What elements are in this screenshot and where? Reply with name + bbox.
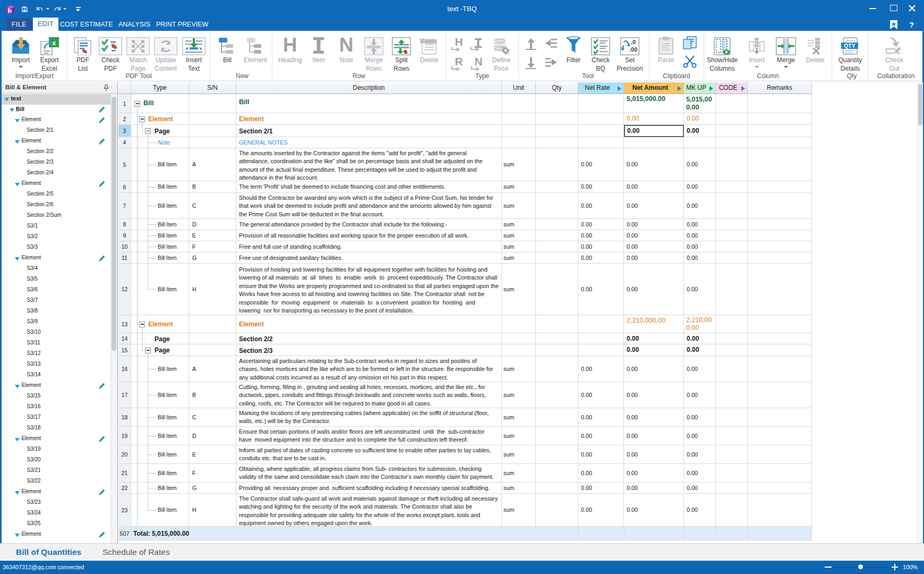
svg-text:.00: .00	[629, 46, 637, 53]
svg-text:.0: .0	[631, 39, 636, 45]
svg-text:QTY: QTY	[844, 43, 855, 49]
